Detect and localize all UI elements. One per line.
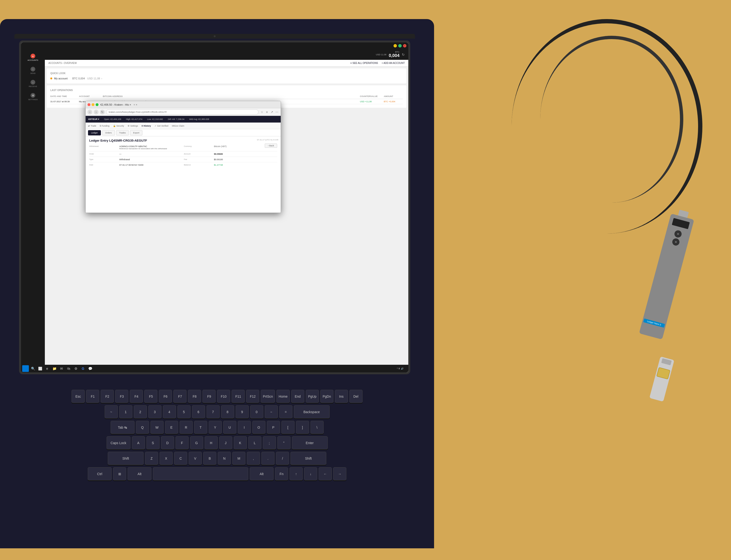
ledger-button-2[interactable] [671, 238, 680, 247]
task-view-icon[interactable]: ⬜ [37, 365, 43, 372]
store-icon[interactable]: 🛍 [66, 365, 72, 372]
settings-taskbar-icon[interactable]: ⚙ [73, 365, 79, 372]
kr-tab-settings[interactable]: ⚙ Settings [128, 125, 138, 127]
account-row[interactable]: My account BTC 0,004 USD 11,08 › [50, 77, 403, 80]
kr-back-nav[interactable]: ‹ [87, 110, 92, 114]
key-esc[interactable]: Esc [72, 390, 85, 403]
key-b[interactable]: B [203, 452, 216, 465]
chrome-icon[interactable]: G [80, 365, 86, 372]
key-rbracket[interactable]: ] [296, 421, 309, 434]
kr-export-tab[interactable]: Export [130, 130, 142, 135]
kr-tab-funding[interactable]: $ Funding [100, 125, 109, 127]
key-backspace[interactable]: Backspace [294, 405, 329, 418]
key-f1[interactable]: F1 [86, 390, 99, 403]
menu-icon[interactable]: ≡ [265, 110, 269, 114]
key-arrow-left[interactable]: ← [318, 467, 332, 480]
key-slash[interactable]: / [276, 452, 289, 465]
key-8[interactable]: 8 [221, 405, 234, 418]
key-f4[interactable]: F4 [130, 390, 143, 403]
star-icon[interactable]: ☆ [260, 110, 264, 114]
kr-tab-security[interactable]: 🔒 Security [113, 125, 124, 127]
key-lshift[interactable]: Shift [108, 452, 144, 465]
key-f12[interactable]: F12 [246, 390, 259, 403]
key-ins[interactable]: Ins [335, 390, 348, 403]
key-arrow-down[interactable]: ↓ [304, 467, 317, 480]
key-e[interactable]: E [165, 421, 178, 434]
key-h[interactable]: H [205, 436, 218, 449]
kr-forward-nav[interactable]: › [94, 110, 98, 114]
share-icon[interactable]: ↗ [270, 110, 274, 114]
sidebar-item-settings[interactable]: ⚙ SETTINGS [26, 91, 40, 103]
kr-tab-getverified[interactable]: ✓ Get Verified [154, 125, 168, 127]
key-9[interactable]: 9 [236, 405, 249, 418]
mail-icon[interactable]: ✉ [58, 365, 65, 372]
key-caps[interactable]: Caps Lock [107, 436, 130, 449]
key-d[interactable]: D [161, 436, 174, 449]
key-f3[interactable]: F3 [115, 390, 128, 403]
key-2[interactable]: 2 [134, 405, 147, 418]
key-fn[interactable]: Fn [275, 467, 288, 480]
key-space[interactable] [153, 467, 248, 480]
start-button[interactable] [22, 365, 29, 372]
key-s[interactable]: S [146, 436, 159, 449]
key-p[interactable]: P [267, 421, 280, 434]
key-comma[interactable]: , [247, 452, 260, 465]
kr-url-bar[interactable]: kraken.com/u/history/ledger-Post-LQ4SMR-… [106, 109, 258, 115]
key-7[interactable]: 7 [206, 405, 220, 418]
kr-orders-tab[interactable]: Orders [102, 130, 115, 135]
sidebar-item-accounts[interactable]: ● ACCOUNTS [26, 51, 40, 63]
key-home[interactable]: Home [276, 390, 289, 403]
back-button[interactable]: ‹ Back [265, 144, 277, 148]
key-backslash[interactable]: \ [310, 421, 323, 434]
sync-icon[interactable]: ↻ [402, 53, 405, 57]
kr-tab-trade[interactable]: ⇄ Trade [88, 125, 96, 127]
see-all-operations-link[interactable]: ≡ SEE ALL OPERATIONS [350, 62, 378, 64]
key-i[interactable]: I [238, 421, 251, 434]
search-taskbar-icon[interactable]: 🔍 [30, 365, 36, 372]
key-ctrl[interactable]: Ctrl [88, 467, 112, 480]
kr-maximize-button[interactable] [96, 103, 98, 106]
key-altgr[interactable]: Alt [250, 467, 273, 480]
key-rshift[interactable]: Shift [290, 452, 326, 465]
file-explorer-icon[interactable]: 📁 [51, 365, 57, 372]
key-u[interactable]: U [223, 421, 236, 434]
kr-tab-add[interactable]: + × [133, 103, 137, 106]
minimize-button[interactable]: − [394, 44, 397, 47]
key-arrow-up[interactable]: ↑ [289, 467, 303, 480]
maximize-button[interactable]: □ [398, 44, 402, 47]
key-pgdn[interactable]: PgDn [320, 390, 333, 403]
key-arrow-right[interactable]: → [333, 467, 346, 480]
add-account-link[interactable]: + ADD AN ACCOUNT [382, 62, 405, 64]
key-c[interactable]: C [174, 452, 187, 465]
key-f7[interactable]: F7 [173, 390, 186, 403]
key-prtscn[interactable]: PrtScn [261, 390, 275, 403]
key-lbracket[interactable]: [ [281, 421, 294, 434]
kr-tab-mtgox[interactable]: MtGox Claim [172, 125, 184, 127]
kr-trades-tab[interactable]: Trades [116, 130, 129, 135]
key-f5[interactable]: F5 [144, 390, 157, 403]
key-win[interactable]: ⊞ [113, 467, 126, 480]
key-f10[interactable]: F10 [217, 390, 230, 403]
key-enter[interactable]: Enter [292, 436, 328, 449]
kr-reload-nav[interactable]: ↻ [100, 110, 105, 114]
key-f[interactable]: F [175, 436, 189, 449]
key-tab[interactable]: Tab ↹ [111, 421, 134, 434]
ledger-button-1[interactable] [674, 230, 683, 238]
key-equals[interactable]: = [279, 405, 292, 418]
key-1[interactable]: 1 [119, 405, 132, 418]
key-v[interactable]: V [189, 452, 202, 465]
key-z[interactable]: Z [145, 452, 158, 465]
key-f11[interactable]: F11 [231, 390, 245, 403]
edge-icon[interactable]: e [44, 365, 50, 372]
key-q[interactable]: Q [136, 421, 149, 434]
kr-minimize-button[interactable] [92, 103, 94, 106]
key-n[interactable]: N [218, 452, 231, 465]
key-f2[interactable]: F2 [101, 390, 114, 403]
key-o[interactable]: O [252, 421, 265, 434]
sidebar-item-receive[interactable]: ↓ RECEIVE [26, 78, 40, 90]
kr-close-button[interactable] [87, 103, 90, 106]
key-del[interactable]: Del [349, 390, 362, 403]
key-4[interactable]: 4 [163, 405, 176, 418]
key-period[interactable]: . [261, 452, 274, 465]
key-t[interactable]: T [194, 421, 207, 434]
